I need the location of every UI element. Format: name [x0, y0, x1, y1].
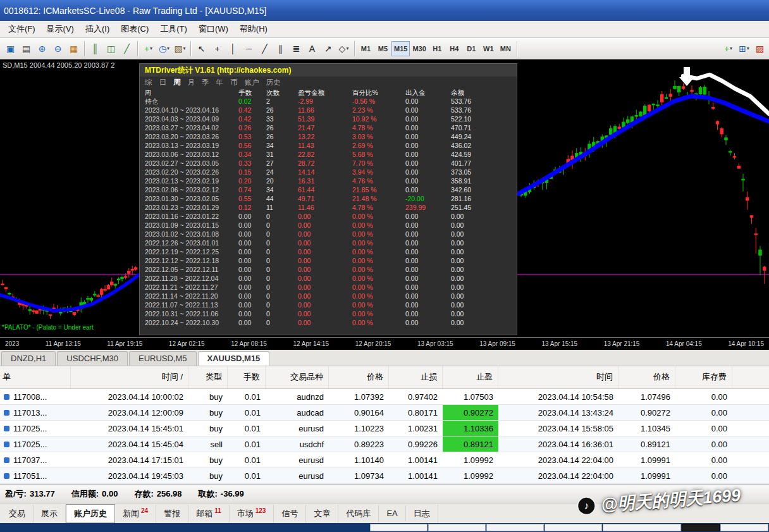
taskbar-item[interactable]: [544, 524, 602, 531]
history-row[interactable]: 117008...2023.04.14 10:00:02buy0.01audnz…: [0, 389, 769, 405]
line-chart-icon[interactable]: ╱: [119, 40, 135, 56]
stats-tab-账户[interactable]: 账户: [245, 78, 259, 87]
terminal-tab-3[interactable]: 账户历史: [66, 504, 115, 523]
stats-tab-季[interactable]: 季: [202, 78, 209, 87]
timeframe-mn[interactable]: MN: [497, 41, 514, 56]
time-axis[interactable]: 202311 Apr 13:1511 Apr 19:1512 Apr 02:15…: [0, 337, 769, 350]
timeframe-w1[interactable]: W1: [480, 41, 497, 56]
timeframe-h4[interactable]: H4: [446, 41, 463, 56]
stats-cell: 0.00 %: [352, 230, 405, 238]
stats-tab-综[interactable]: 综: [145, 78, 152, 87]
crosshair-icon[interactable]: +: [209, 40, 225, 56]
timeframe-m30[interactable]: M30: [410, 41, 428, 56]
stats-panel-title[interactable]: MTDriver统计 V1.61 (http://chaokes.com): [140, 64, 517, 77]
new-order-icon[interactable]: ▣: [3, 40, 18, 56]
tile-windows-icon[interactable]: ▦: [66, 40, 82, 56]
trendline-icon[interactable]: ╱: [257, 40, 273, 56]
layout-icon[interactable]: ⊞▾: [736, 40, 752, 56]
history-col-header-1[interactable]: 时间 /: [71, 366, 188, 388]
chart-tab-2[interactable]: USDCHF,M30: [57, 351, 128, 366]
charts-icon[interactable]: ▤: [18, 40, 34, 56]
taskbar-item[interactable]: [370, 524, 428, 531]
periods-icon[interactable]: ◷▾: [156, 40, 172, 56]
timeframe-m5[interactable]: M5: [374, 41, 391, 56]
history-table-header[interactable]: 单时间 /类型手数交易品种价格止损止盈时间价格库存费: [0, 366, 769, 389]
channel-icon[interactable]: ∥: [273, 40, 288, 56]
candlestick-chart-icon[interactable]: ◫: [103, 40, 119, 56]
terminal-tab-10[interactable]: 代码库: [338, 505, 379, 523]
arrow-tools-icon[interactable]: ↗: [320, 40, 336, 56]
shapes-icon[interactable]: ◇▾: [336, 40, 352, 56]
terminal-tab-4[interactable]: 新闻24: [115, 505, 156, 523]
history-col-header-7[interactable]: 止盈: [443, 366, 498, 388]
menu-item-1[interactable]: 文件(F): [3, 21, 41, 37]
chart-tab-1[interactable]: DNZD,H1: [1, 351, 56, 366]
zoom-out-icon[interactable]: ⊖: [50, 40, 66, 56]
stats-tab-币[interactable]: 币: [230, 78, 238, 87]
chart-tab-4[interactable]: XAUUSD,M15: [198, 351, 270, 366]
terminal-tab-7[interactable]: 市场123: [230, 505, 274, 523]
timeframe-m15[interactable]: M15: [391, 41, 410, 56]
terminal-tab-5[interactable]: 警报: [156, 505, 188, 523]
status-item-4: 取款:-36.99: [198, 488, 243, 500]
zoom-in-icon[interactable]: ⊕: [34, 40, 50, 56]
menu-item-6[interactable]: 窗口(W): [193, 21, 234, 37]
taskbar-item[interactable]: [720, 524, 768, 531]
history-row[interactable]: 117025...2023.04.14 15:45:04sell0.01usdc…: [0, 436, 769, 452]
history-col-header-4[interactable]: 交易品种: [266, 366, 329, 388]
history-col-header-6[interactable]: 止损: [389, 366, 443, 388]
history-col-header-10[interactable]: 库存费: [675, 366, 732, 388]
horizontal-line-icon[interactable]: ─: [241, 40, 257, 56]
bar-chart-icon[interactable]: ║: [87, 40, 103, 56]
terminal-tab-6[interactable]: 邮箱11: [188, 505, 230, 523]
chart-tab-3[interactable]: EURUSD,M5: [129, 351, 197, 366]
timeframe-m1[interactable]: M1: [357, 41, 374, 56]
stats-tab-月[interactable]: 月: [188, 78, 195, 87]
terminal-tab-12[interactable]: 日志: [406, 505, 438, 523]
history-row[interactable]: 117025...2023.04.14 15:45:01buy0.01eurus…: [0, 421, 769, 436]
stats-tab-日[interactable]: 日: [159, 78, 167, 87]
history-col-header-3[interactable]: 手数: [228, 366, 266, 388]
taskbar-item[interactable]: [486, 524, 544, 531]
history-row[interactable]: 117051...2023.04.14 19:45:03buy0.01eurus…: [0, 468, 769, 484]
timeframe-d1[interactable]: D1: [463, 41, 480, 56]
stats-cell: 0.00: [238, 300, 266, 309]
history-col-header-8[interactable]: 时间: [498, 366, 618, 388]
terminal-tab-9[interactable]: 文章: [306, 505, 338, 523]
taskbar-item[interactable]: [428, 524, 486, 531]
history-col-header-5[interactable]: 价格: [329, 366, 389, 388]
terminal-tab-8[interactable]: 信号: [274, 505, 306, 523]
expert-advisor-icon[interactable]: ▨: [752, 40, 768, 56]
history-col-header-2[interactable]: 类型: [188, 366, 228, 388]
main-chart[interactable]: SD,M15 2004.44 2005.20 2003.87 2 *PALATO…: [0, 59, 769, 337]
timeframe-h1[interactable]: H1: [429, 41, 446, 56]
menu-item-3[interactable]: 插入(I): [80, 21, 115, 37]
text-label-icon[interactable]: A: [304, 40, 320, 56]
vertical-line-icon[interactable]: │: [225, 40, 241, 56]
stats-tab-周[interactable]: 周: [173, 78, 181, 87]
templates-icon[interactable]: ▧▾: [172, 40, 188, 56]
stats-tab-历史[interactable]: 历史: [266, 78, 281, 87]
menu-item-7[interactable]: 帮助(H): [234, 21, 273, 37]
terminal-tab-1[interactable]: 交易: [1, 505, 34, 523]
menu-item-4[interactable]: 图表(C): [115, 21, 154, 37]
menu-item-2[interactable]: 显示(V): [41, 21, 80, 37]
history-col-header-0[interactable]: 单: [0, 366, 71, 388]
terminal-tab-2[interactable]: 展示: [34, 505, 66, 523]
terminal-tab-11[interactable]: EA: [379, 505, 405, 521]
bar-chart-icon: ║: [92, 44, 99, 53]
indicators-icon[interactable]: +▾: [140, 40, 156, 56]
history-row[interactable]: 117013...2023.04.14 12:00:09buy0.01audca…: [0, 405, 769, 421]
history-row[interactable]: 117037...2023.04.14 17:15:01buy0.01eurus…: [0, 452, 769, 468]
stats-tab-年[interactable]: 年: [216, 78, 224, 87]
taskbar-item[interactable]: [682, 524, 720, 531]
cursor-icon[interactable]: ↖: [194, 40, 209, 56]
menu-item-5[interactable]: 工具(T): [154, 21, 193, 37]
stop-loss-cell: 1.00141: [389, 468, 443, 483]
history-col-header-9[interactable]: 价格: [618, 366, 675, 388]
add-chart-icon[interactable]: +▾: [720, 40, 736, 56]
stats-cell: 0.00: [298, 212, 352, 221]
fibonacci-icon[interactable]: ≣: [288, 40, 304, 56]
title-bar[interactable]: 0018612: ICMarketsSC-Live08 - Raw Tradin…: [0, 0, 769, 21]
taskbar-item[interactable]: [603, 524, 681, 531]
